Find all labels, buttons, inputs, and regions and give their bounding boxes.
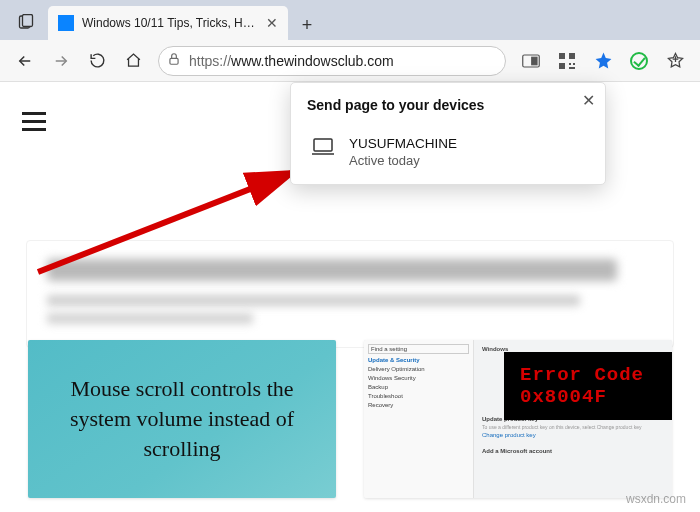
toolbar-right — [514, 44, 692, 78]
error-code-banner: Error Code 0x8004F — [504, 352, 672, 420]
url-text: https://www.thewindowsclub.com — [189, 53, 394, 69]
back-button[interactable] — [8, 44, 42, 78]
collections-icon[interactable] — [658, 44, 692, 78]
tab-title: Windows 10/11 Tips, Tricks, Help — [82, 16, 258, 30]
svg-rect-2 — [170, 58, 178, 64]
svg-rect-5 — [559, 53, 565, 59]
svg-rect-8 — [569, 63, 571, 65]
settings-sidebar-thumb: Find a setting Update & Security Deliver… — [364, 340, 474, 498]
article-card-right[interactable]: Find a setting Update & Security Deliver… — [364, 340, 672, 498]
favorite-star-icon[interactable] — [586, 44, 620, 78]
send-to-devices-popover: ✕ Send page to your devices YUSUFMACHINE… — [290, 82, 606, 185]
ad-banner — [26, 240, 674, 348]
new-tab-button[interactable]: + — [292, 10, 322, 40]
refresh-button[interactable] — [80, 44, 114, 78]
svg-rect-1 — [23, 15, 33, 27]
device-status: Active today — [349, 153, 457, 168]
page-content: ✕ Send page to your devices YUSUFMACHINE… — [0, 82, 700, 512]
hamburger-menu-button[interactable] — [22, 104, 56, 138]
popover-close-icon[interactable]: ✕ — [582, 91, 595, 110]
lock-icon — [167, 52, 181, 69]
forward-button[interactable] — [44, 44, 78, 78]
grammarly-icon[interactable] — [622, 44, 656, 78]
reader-mode-icon[interactable] — [514, 44, 548, 78]
svg-rect-4 — [532, 57, 537, 65]
svg-rect-11 — [314, 139, 332, 151]
home-button[interactable] — [116, 44, 150, 78]
tab-actions-button[interactable] — [8, 4, 44, 40]
svg-rect-7 — [559, 63, 565, 69]
article-headline: Mouse scroll controls the system volume … — [46, 374, 318, 463]
toolbar: https://www.thewindowsclub.com — [0, 40, 700, 82]
favicon — [58, 15, 74, 31]
article-card-left[interactable]: Mouse scroll controls the system volume … — [28, 340, 336, 498]
watermark: wsxdn.com — [626, 492, 686, 506]
svg-rect-6 — [569, 53, 575, 59]
address-bar[interactable]: https://www.thewindowsclub.com — [158, 46, 506, 76]
laptop-icon — [311, 138, 335, 156]
settings-body-thumb: Windows Error Code 0x8004F Update produc… — [474, 340, 672, 498]
device-name: YUSUFMACHINE — [349, 135, 457, 153]
tab-strip: Windows 10/11 Tips, Tricks, Help ✕ + — [0, 0, 700, 40]
browser-tab[interactable]: Windows 10/11 Tips, Tricks, Help ✕ — [48, 6, 288, 40]
tab-close-icon[interactable]: ✕ — [266, 15, 278, 31]
qr-icon[interactable] — [550, 44, 584, 78]
svg-rect-9 — [573, 63, 575, 65]
device-item[interactable]: YUSUFMACHINE Active today — [307, 127, 589, 176]
svg-rect-10 — [569, 67, 575, 69]
popover-title: Send page to your devices — [307, 97, 589, 113]
article-row: Mouse scroll controls the system volume … — [0, 340, 700, 512]
